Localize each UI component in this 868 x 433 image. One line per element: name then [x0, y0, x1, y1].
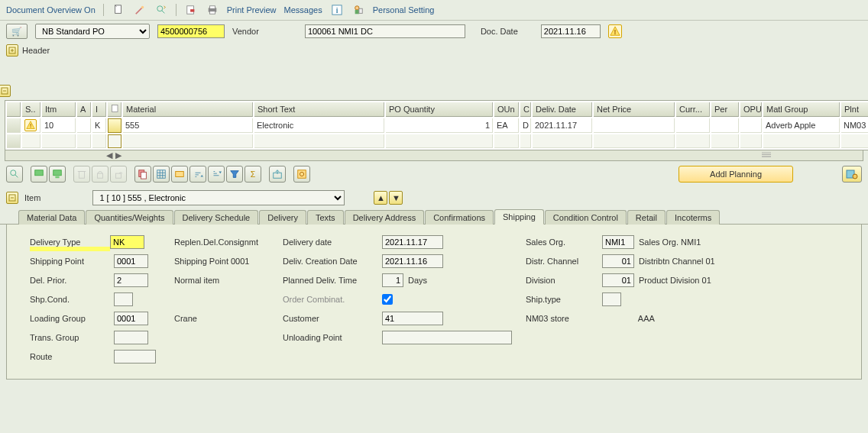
route-input[interactable] — [114, 350, 156, 364]
display-icon[interactable] — [154, 3, 168, 17]
settings-icon[interactable] — [293, 166, 310, 183]
tab-texts[interactable]: Texts — [307, 210, 344, 225]
info-icon[interactable]: i — [330, 3, 344, 17]
col-status[interactable]: S.. — [22, 102, 40, 117]
doc-type-select[interactable]: NB Standard PO — [35, 24, 150, 39]
tab-material-data[interactable]: Material Data — [18, 210, 85, 225]
tab-quantities[interactable]: Quantities/Weights — [86, 210, 173, 225]
doc-overview-button[interactable]: Document Overview On — [6, 5, 96, 15]
item-overview-expand-icon[interactable] — [0, 85, 11, 97]
shp-cond-input[interactable] — [114, 292, 133, 306]
col-delivdate[interactable]: Deliv. Date — [533, 102, 592, 117]
item-select[interactable]: 1 [ 10 ] 555 , Electronic — [92, 190, 345, 205]
col-per[interactable]: Per — [711, 102, 739, 117]
find-icon[interactable] — [6, 166, 23, 183]
scroll-right-icon[interactable]: ▶ — [114, 151, 123, 160]
svg-text:!: ! — [30, 123, 31, 128]
unlock-icon[interactable] — [110, 166, 127, 183]
tab-delivery[interactable]: Delivery — [259, 210, 306, 225]
detail2-icon[interactable] — [49, 166, 66, 183]
col-opu[interactable]: OPU — [740, 102, 762, 117]
deliv-creation-input[interactable] — [382, 254, 443, 268]
hold-icon[interactable] — [184, 3, 198, 17]
division-input[interactable] — [602, 273, 634, 287]
print-icon[interactable] — [206, 3, 219, 17]
sort-desc-icon[interactable] — [208, 166, 225, 183]
tab-delivery-schedule[interactable]: Delivery Schedule — [174, 210, 259, 225]
col-qty[interactable]: PO Quantity — [386, 102, 493, 117]
delete-icon[interactable] — [73, 166, 90, 183]
division-label: Division — [526, 276, 602, 285]
table-row[interactable] — [7, 134, 868, 148]
col-material[interactable]: Material — [123, 102, 253, 117]
trans-group-input[interactable] — [114, 331, 148, 344]
lock-icon[interactable] — [92, 166, 108, 183]
loading-group-input[interactable] — [114, 312, 148, 325]
item-down-icon[interactable]: ▼ — [389, 191, 403, 205]
copy-icon[interactable] — [134, 166, 151, 183]
personal-setting-button[interactable]: Personal Setting — [373, 5, 435, 15]
customer-label: Customer — [283, 314, 382, 323]
col-itm[interactable]: Itm — [42, 102, 76, 117]
crane-text: Crane — [170, 314, 197, 323]
col-matlgroup[interactable]: Matl Group — [763, 102, 840, 117]
table-row[interactable]: ! 10 K 555 Electronic 1 EA D 2021.11.17 … — [7, 118, 868, 133]
col-plnt[interactable]: Plnt — [841, 102, 868, 117]
col-shorttext[interactable]: Short Text — [254, 102, 384, 117]
wand-icon[interactable] — [133, 3, 147, 17]
detail-icon[interactable] — [31, 166, 47, 183]
messages-button[interactable]: Messages — [284, 5, 322, 15]
shipping-point-text: Shipping Point 0001 — [170, 257, 249, 266]
customer-input[interactable] — [382, 312, 443, 325]
col-i[interactable]: I — [92, 102, 106, 117]
ship-type-label: Ship.type — [526, 295, 602, 304]
vendor-input[interactable] — [305, 24, 465, 38]
tab-retail[interactable]: Retail — [627, 210, 666, 225]
col-curr[interactable]: Curr... — [676, 102, 710, 117]
ship-type-input[interactable] — [602, 292, 621, 306]
filter-icon[interactable] — [226, 166, 243, 183]
tab-delivery-address[interactable]: Delivery Address — [345, 210, 425, 225]
sort-asc-icon[interactable] — [189, 166, 206, 183]
delivery-type-input[interactable] — [110, 235, 144, 249]
delivery-date-label: Delivery date — [283, 238, 382, 247]
col-icon[interactable] — [108, 102, 121, 117]
layout-icon[interactable] — [171, 166, 188, 183]
sum-icon[interactable]: Σ — [245, 166, 261, 183]
warning-icon[interactable]: ! — [608, 24, 622, 38]
doc-date-label: Doc. Date — [481, 27, 518, 36]
del-prior-input[interactable] — [114, 273, 148, 287]
po-number-input[interactable] — [157, 24, 225, 38]
create-icon[interactable] — [112, 3, 125, 17]
tab-shipping[interactable]: Shipping — [494, 209, 544, 225]
col-oun[interactable]: OUn — [494, 102, 519, 117]
scroll-left-icon[interactable]: ◀ — [105, 151, 114, 160]
export-icon[interactable] — [269, 166, 286, 183]
col-sel[interactable] — [7, 102, 21, 117]
col-a[interactable]: A — [77, 102, 91, 117]
unloading-input[interactable] — [382, 331, 512, 344]
delivery-date-input[interactable] — [382, 235, 443, 249]
header-expand-icon[interactable] — [6, 44, 18, 57]
table-icon[interactable] — [153, 166, 170, 183]
planned-deliv-input[interactable] — [382, 273, 403, 287]
item-detail-expand-icon[interactable] — [6, 192, 18, 204]
tab-incoterms[interactable]: Incoterms — [666, 210, 720, 225]
distr-channel-input[interactable] — [602, 254, 634, 268]
planning-gear-icon[interactable] — [842, 166, 862, 183]
tab-confirmations[interactable]: Confirmations — [425, 210, 494, 225]
col-netprice[interactable]: Net Price — [594, 102, 675, 117]
item-label: Item — [24, 193, 40, 202]
shipping-point-input[interactable] — [114, 254, 148, 268]
addl-planning-button[interactable]: Addl Planning — [679, 166, 793, 183]
col-c[interactable]: C — [520, 102, 531, 117]
personal-icon[interactable] — [351, 3, 365, 17]
order-combinat-label: Order Combinat. — [283, 295, 382, 304]
order-combinat-checkbox[interactable] — [382, 294, 393, 305]
sales-org-input[interactable] — [602, 235, 634, 249]
print-preview-button[interactable]: Print Preview — [227, 5, 277, 15]
item-up-icon[interactable]: ▲ — [374, 191, 387, 205]
doc-date-input[interactable] — [541, 24, 601, 38]
cart-icon[interactable]: 🛒 — [6, 24, 28, 39]
tab-condition-control[interactable]: Condition Control — [545, 210, 627, 225]
